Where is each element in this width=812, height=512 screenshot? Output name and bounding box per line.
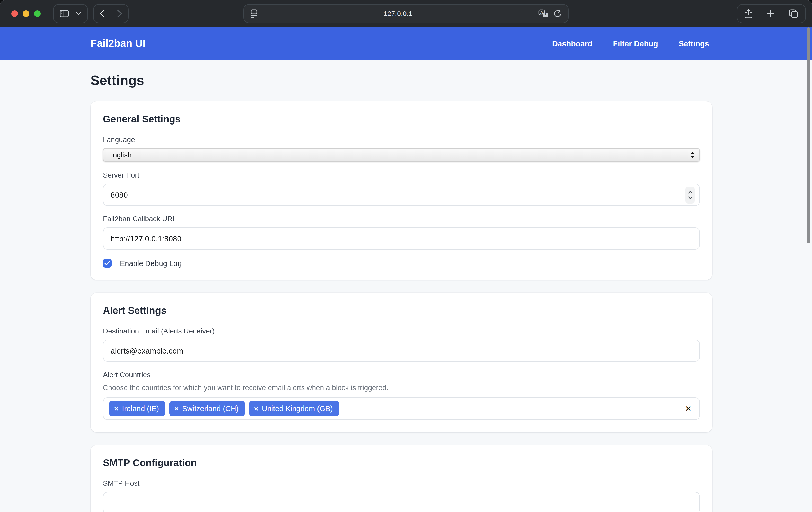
smtp-configuration-card: SMTP Configuration SMTP Host: [91, 445, 712, 512]
tab-overview-button[interactable]: [782, 5, 805, 23]
reload-icon[interactable]: [554, 9, 562, 18]
general-settings-card: General Settings Language English Server…: [91, 102, 712, 280]
alert-countries-help: Choose the countries for which you want …: [103, 383, 700, 392]
toolbar-right-group: [737, 4, 806, 23]
page-content: Settings General Settings Language Engli…: [0, 60, 812, 512]
country-chip-switzerland[interactable]: × Switzerland (CH): [169, 401, 245, 416]
debug-log-checkbox[interactable]: [103, 259, 112, 267]
chevron-right-icon: [117, 9, 122, 17]
chip-label: Ireland (IE): [122, 404, 159, 413]
address-bar[interactable]: 127.0.0.1 A *: [243, 4, 569, 23]
nav-link-settings[interactable]: Settings: [679, 39, 709, 48]
svg-text:*: *: [545, 13, 547, 17]
language-label: Language: [103, 135, 700, 144]
country-chip-united-kingdom[interactable]: × United Kingdom (GB): [249, 401, 339, 416]
nav-link-dashboard[interactable]: Dashboard: [552, 39, 592, 48]
language-selected-value: English: [108, 151, 132, 159]
callback-url-input[interactable]: [103, 227, 700, 250]
callback-url-label: Fail2ban Callback URL: [103, 215, 700, 223]
destination-email-label: Destination Email (Alerts Receiver): [103, 327, 700, 335]
tabs-icon: [789, 9, 798, 18]
safari-window: 127.0.0.1 A *: [0, 0, 812, 512]
share-button[interactable]: [737, 5, 759, 23]
alert-settings-card: Alert Settings Destination Email (Alerts…: [91, 293, 712, 432]
alert-countries-label: Alert Countries: [103, 370, 700, 379]
server-port-row: [103, 184, 700, 206]
alert-countries-input[interactable]: × Ireland (IE) × Switzerland (CH) × Unit…: [103, 397, 700, 420]
page-settings-button[interactable]: [250, 9, 258, 18]
checkmark-icon: [105, 261, 110, 265]
callback-url-row: [103, 227, 700, 250]
page-settings-icon: [250, 9, 258, 18]
chevron-left-icon: [100, 9, 105, 17]
history-nav-group: [93, 4, 128, 23]
sidebar-menu-button[interactable]: [75, 4, 87, 22]
debug-log-label[interactable]: Enable Debug Log: [120, 259, 182, 267]
debug-log-row: Enable Debug Log: [103, 259, 700, 267]
remove-tag-icon[interactable]: ×: [114, 404, 118, 413]
svg-text:A: A: [540, 10, 543, 15]
smtp-configuration-title: SMTP Configuration: [103, 457, 700, 469]
sidebar-toggle-button[interactable]: [54, 4, 75, 22]
select-arrows-icon: [691, 151, 695, 158]
sidebar-toggle-group: [53, 4, 88, 23]
number-stepper[interactable]: [686, 186, 695, 203]
country-chip-ireland[interactable]: × Ireland (IE): [109, 401, 165, 416]
clear-all-tags-icon[interactable]: ×: [686, 404, 691, 413]
close-window-button[interactable]: [11, 10, 18, 17]
remove-tag-icon[interactable]: ×: [174, 404, 179, 413]
scaled-viewport: 127.0.0.1 A *: [0, 0, 812, 512]
address-bar-actions: A *: [538, 9, 562, 18]
sidebar-icon: [60, 9, 69, 17]
nav-link-filter-debug[interactable]: Filter Debug: [613, 39, 658, 48]
destination-email-row: [103, 340, 700, 362]
translate-icon[interactable]: A *: [538, 9, 549, 18]
general-settings-title: General Settings: [103, 114, 700, 125]
smtp-host-label: SMTP Host: [103, 479, 700, 487]
smtp-host-row: [103, 492, 700, 512]
server-port-input[interactable]: [103, 184, 700, 206]
minimize-window-button[interactable]: [23, 10, 29, 17]
page-title: Settings: [91, 73, 812, 88]
remove-tag-icon[interactable]: ×: [254, 404, 258, 413]
language-select[interactable]: English: [103, 148, 700, 162]
chip-label: Switzerland (CH): [182, 404, 238, 413]
nav-links: Dashboard Filter Debug Settings: [552, 39, 709, 48]
share-icon: [745, 9, 752, 19]
page-scrollbar[interactable]: [807, 27, 810, 244]
new-tab-button[interactable]: [759, 5, 782, 23]
window-controls: [11, 10, 41, 17]
alert-settings-title: Alert Settings: [103, 305, 700, 316]
server-port-label: Server Port: [103, 171, 700, 179]
destination-email-input[interactable]: [103, 340, 700, 362]
url-text[interactable]: 127.0.0.1: [258, 10, 538, 18]
forward-button: [111, 4, 128, 22]
chip-label: United Kingdom (GB): [262, 404, 333, 413]
stepper-down-icon: [688, 196, 692, 199]
app-navbar: Fail2ban UI Dashboard Filter Debug Setti…: [0, 27, 812, 60]
smtp-host-input[interactable]: [103, 492, 700, 512]
plus-icon: [767, 10, 775, 18]
browser-titlebar: 127.0.0.1 A *: [0, 0, 812, 27]
stepper-up-icon: [688, 190, 692, 194]
brand-title[interactable]: Fail2ban UI: [91, 37, 145, 49]
back-button[interactable]: [94, 4, 111, 22]
zoom-window-button[interactable]: [34, 10, 41, 17]
chevron-down-icon: [76, 12, 81, 15]
